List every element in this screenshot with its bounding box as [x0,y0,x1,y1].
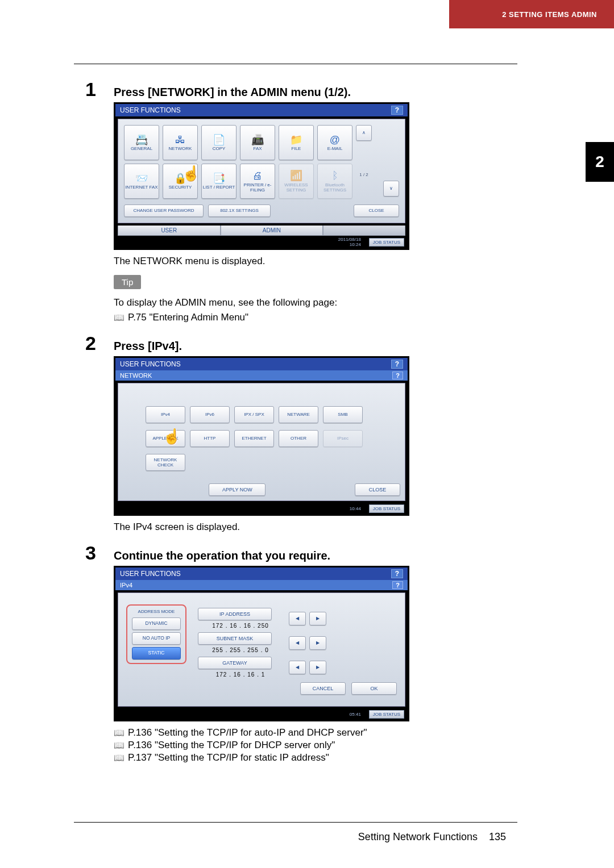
btn-dynamic[interactable]: DYNAMIC [132,617,181,630]
btn-wireless[interactable]: 📶WIRELESS SETTING [279,164,314,199]
step-1: 1 Press [NETWORK] in the ADMIN menu (1/2… [85,80,472,323]
screen-title-bar: USER FUNCTIONS ? [115,358,408,370]
btn-smb[interactable]: SMB [323,406,363,423]
screen-title: USER FUNCTIONS [120,570,181,578]
screenshot-network-menu: USER FUNCTIONS ? NETWORK ? IPv4 IPv6 IPX… [114,356,409,516]
breadcrumb-header: 2 SETTING ITEMS ADMIN [449,0,614,28]
btn-left[interactable]: ◀ [289,636,306,650]
help-icon[interactable]: ? [392,372,403,379]
btn-label: SECURITY [169,185,192,190]
screen-panel: IPv4 IPv6 IPX / SPX NETWARE SMB APPLETAL… [118,383,405,501]
label-ip-address: IP ADDRESS [198,608,272,620]
chapter-tab: 2 [586,142,614,182]
btn-ipsec[interactable]: IPsec [323,430,363,447]
btn-label: GENERAL [131,146,152,151]
status-bar: 05:41 JOB STATUS [115,709,408,720]
timestamp: 05:41 [350,712,361,717]
step-number: 1 [85,80,106,99]
tab-blank [323,226,405,236]
btn-label: FILE [292,146,301,151]
btn-label: Bluetooth SETTINGS [318,182,352,193]
screen-title: USER FUNCTIONS [120,106,181,114]
tab-admin[interactable]: ADMIN [221,226,323,236]
page-indicator: 1 / 2 [356,164,372,186]
step1-caption: The NETWORK menu is displayed. [114,256,472,267]
status-bar: 10:44 JOB STATUS [115,503,408,514]
screen-subhead: NETWORK ? [115,370,408,381]
help-icon[interactable]: ? [391,360,403,369]
btn-ipv6[interactable]: IPv6 [190,406,230,423]
btn-cancel[interactable]: CANCEL [300,682,346,695]
bottom-rule [74,822,517,823]
scroll-down-button[interactable]: ∨ [383,181,399,197]
btn-http[interactable]: HTTP [190,430,230,447]
btn-ethernet[interactable]: ETHERNET [234,430,274,447]
btn-job-status[interactable]: JOB STATUS [369,238,404,247]
btn-static[interactable]: STATIC [132,647,181,660]
btn-security[interactable]: 🔒SECURITY [163,164,198,199]
help-icon[interactable]: ? [392,581,403,589]
page-content: 1 Press [NETWORK] in the ADMIN menu (1/2… [85,80,472,774]
btn-bluetooth[interactable]: ᛒBluetooth SETTINGS [317,164,352,199]
screen-panel: ADDRESS MODE DYNAMIC NO AUTO IP STATIC I… [118,592,405,707]
subhead-text: NETWORK [120,372,152,379]
btn-general[interactable]: 📇GENERAL [124,125,159,160]
btn-file[interactable]: 📁FILE [279,125,314,160]
btn-apply-now[interactable]: APPLY NOW [209,483,265,496]
btn-list-report[interactable]: 📑LIST / REPORT [201,164,237,199]
step-number: 2 [85,333,106,353]
btn-label: WIRELESS SETTING [279,182,313,193]
timestamp: 2011/08/18 10:24 [338,237,361,247]
btn-printer-efiling[interactable]: 🖨PRINTER / e-FILING [240,164,275,199]
btn-label: NETWORK [169,146,192,151]
btn-no-auto-ip[interactable]: NO AUTO IP [132,632,181,645]
btn-email[interactable]: @E-MAIL [317,125,352,160]
btn-right[interactable]: ▶ [309,636,326,650]
btn-left[interactable]: ◀ [289,661,306,674]
screenshot-ipv4: USER FUNCTIONS ? IPv4 ? ADDRESS MODE DYN… [114,566,409,721]
btn-label: PRINTER / e-FILING [240,182,275,193]
btn-close[interactable]: CLOSE [355,483,400,496]
btn-8021x[interactable]: 802.1X SETTINGS [208,205,271,217]
subhead-text: IPv4 [120,582,132,589]
btn-right[interactable]: ▶ [309,661,326,674]
step-number: 3 [85,543,106,562]
btn-network[interactable]: 🖧NETWORK [163,125,198,160]
step-3: 3 Continue the operation that you requir… [85,543,472,763]
btn-right[interactable]: ▶ [309,612,326,625]
btn-network-check[interactable]: NETWORK CHECK [146,454,185,471]
help-icon[interactable]: ? [391,569,403,578]
btn-label: COPY [213,146,226,151]
btn-netware[interactable]: NETWARE [279,406,318,423]
scroll-up-button[interactable]: ∧ [356,125,372,141]
tab-user[interactable]: USER [118,226,221,236]
btn-fax[interactable]: 📠FAX [240,125,275,160]
page-footer: Setting Network Functions 135 [358,831,506,843]
step-2: 2 Press [IPv4]. USER FUNCTIONS ? NETWORK… [85,333,472,533]
btn-ipxspx[interactable]: IPX / SPX [234,406,274,423]
label-subnet-mask: SUBNET MASK [198,632,272,645]
btn-other[interactable]: OTHER [279,430,318,447]
help-icon[interactable]: ? [391,106,403,115]
btn-copy[interactable]: 📄COPY [201,125,237,160]
top-rule [74,64,517,64]
status-bar: 2011/08/18 10:24 JOB STATUS [115,236,408,248]
screen-title-bar: USER FUNCTIONS ? [115,104,408,116]
btn-left[interactable]: ◀ [289,612,306,625]
screen-subhead: IPv4 ? [115,580,408,590]
btn-appletalk[interactable]: APPLETALK [146,430,185,447]
footer-page-number: 135 [489,831,506,843]
btn-job-status[interactable]: JOB STATUS [369,710,404,719]
btn-close[interactable]: CLOSE [354,205,399,217]
chapter-number: 2 [595,153,604,171]
step-title: Press [IPv4]. [114,340,182,353]
btn-ipv4[interactable]: IPv4 [146,406,185,423]
screen-title-bar: USER FUNCTIONS ? [115,567,408,580]
btn-internet-fax[interactable]: 📨INTERNET FAX [124,164,159,199]
screenshot-admin-menu: USER FUNCTIONS ? 📇GENERAL 🖧NETWORK 📄COPY… [114,102,409,250]
value-gateway: 172 . 16 . 16 . 1 [198,671,283,678]
btn-change-password[interactable]: CHANGE USER PASSWORD [124,205,204,217]
btn-ok[interactable]: OK [351,682,397,695]
btn-job-status[interactable]: JOB STATUS [369,504,404,513]
step-title: Continue the operation that you require. [114,549,330,562]
